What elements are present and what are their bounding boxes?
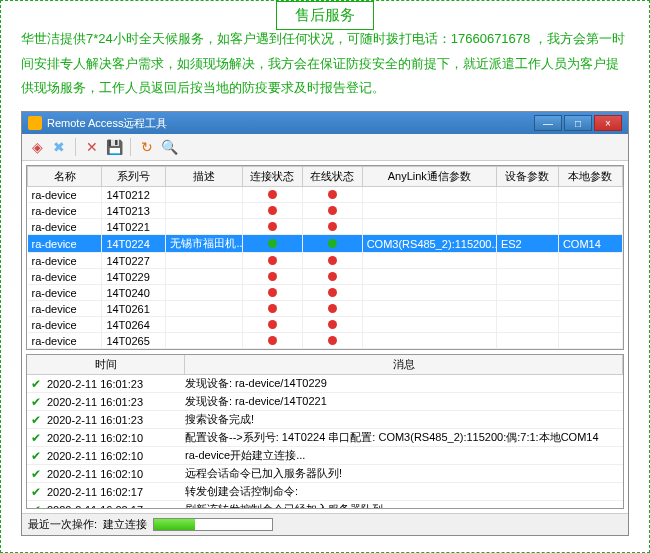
column-header[interactable]: 在线状态	[302, 167, 362, 187]
column-header[interactable]: 设备参数	[496, 167, 558, 187]
toolbar: ◈ ✖ ✕ 💾 ↻ 🔍	[22, 134, 628, 161]
check-icon: ✔	[27, 467, 45, 481]
log-panel: 时间 消息 ✔2020-2-11 16:01:23发现设备: ra-device…	[26, 354, 624, 509]
check-icon: ✔	[27, 431, 45, 445]
device-grid: 名称系列号描述连接状态在线状态AnyLink通信参数设备参数本地参数 ra-de…	[26, 165, 624, 350]
table-row[interactable]: ra-device14T0264	[28, 317, 623, 333]
log-row: ✔2020-2-11 16:01:23发现设备: ra-device/14T02…	[27, 393, 623, 411]
progress-bar	[153, 518, 273, 531]
column-header[interactable]: AnyLink通信参数	[362, 167, 496, 187]
table-row[interactable]: ra-device14T0240	[28, 285, 623, 301]
check-icon: ✔	[27, 449, 45, 463]
table-row[interactable]: ra-device14T0224无锡市福田机...COM3(RS485_2):1…	[28, 235, 623, 253]
close-button[interactable]: ×	[594, 115, 622, 131]
table-row[interactable]: ra-device14T0221	[28, 219, 623, 235]
log-row: ✔2020-2-11 16:02:17转发创建会话控制命令:	[27, 483, 623, 501]
log-row: ✔2020-2-11 16:02:10远程会话命令已加入服务器队列!	[27, 465, 623, 483]
column-header[interactable]: 名称	[28, 167, 102, 187]
table-row[interactable]: ra-device14T0229	[28, 269, 623, 285]
table-row[interactable]: ra-device14T0212	[28, 187, 623, 203]
status-value: 建立连接	[103, 517, 147, 532]
delete-icon[interactable]: ✕	[83, 138, 101, 156]
log-header-time: 时间	[27, 355, 185, 374]
save-icon[interactable]: 💾	[105, 138, 123, 156]
log-row: ✔2020-2-11 16:01:23搜索设备完成!	[27, 411, 623, 429]
section-title: 售后服务	[276, 1, 374, 30]
check-icon: ✔	[27, 503, 45, 510]
check-icon: ✔	[27, 413, 45, 427]
log-row: ✔2020-2-11 16:02:17刷新该转发控制命令已经加入服务器队列	[27, 501, 623, 509]
check-icon: ✔	[27, 395, 45, 409]
log-row: ✔2020-2-11 16:02:10ra-device开始建立连接...	[27, 447, 623, 465]
maximize-button[interactable]: □	[564, 115, 592, 131]
table-row[interactable]: ra-device14T0265	[28, 333, 623, 349]
search-icon[interactable]: 🔍	[160, 138, 178, 156]
check-icon: ✔	[27, 485, 45, 499]
status-label: 最近一次操作:	[28, 517, 97, 532]
refresh-icon[interactable]: ↻	[138, 138, 156, 156]
service-paragraph: 华世洁提供7*24小时全天候服务，如客户遇到任何状况，可随时拨打电话：17660…	[21, 27, 629, 101]
connect-icon[interactable]: ◈	[28, 138, 46, 156]
disconnect-icon[interactable]: ✖	[50, 138, 68, 156]
column-header[interactable]: 本地参数	[558, 167, 622, 187]
app-window: Remote Access远程工具 — □ × ◈ ✖ ✕ 💾 ↻ 🔍 名称系列…	[21, 111, 629, 536]
table-row[interactable]: ra-device14T0261	[28, 301, 623, 317]
log-header-msg: 消息	[185, 355, 623, 374]
check-icon: ✔	[27, 377, 45, 391]
table-row[interactable]: ra-device14T0213	[28, 203, 623, 219]
window-titlebar[interactable]: Remote Access远程工具 — □ ×	[22, 112, 628, 134]
column-header[interactable]: 系列号	[102, 167, 166, 187]
log-row: ✔2020-2-11 16:01:23发现设备: ra-device/14T02…	[27, 375, 623, 393]
minimize-button[interactable]: —	[534, 115, 562, 131]
status-bar: 最近一次操作: 建立连接	[22, 513, 628, 535]
column-header[interactable]: 描述	[166, 167, 242, 187]
column-header[interactable]: 连接状态	[242, 167, 302, 187]
table-row[interactable]: ra-device14T0227	[28, 253, 623, 269]
window-title: Remote Access远程工具	[47, 116, 532, 131]
app-logo-icon	[28, 116, 42, 130]
log-row: ✔2020-2-11 16:02:10配置设备-->系列号: 14T0224 串…	[27, 429, 623, 447]
